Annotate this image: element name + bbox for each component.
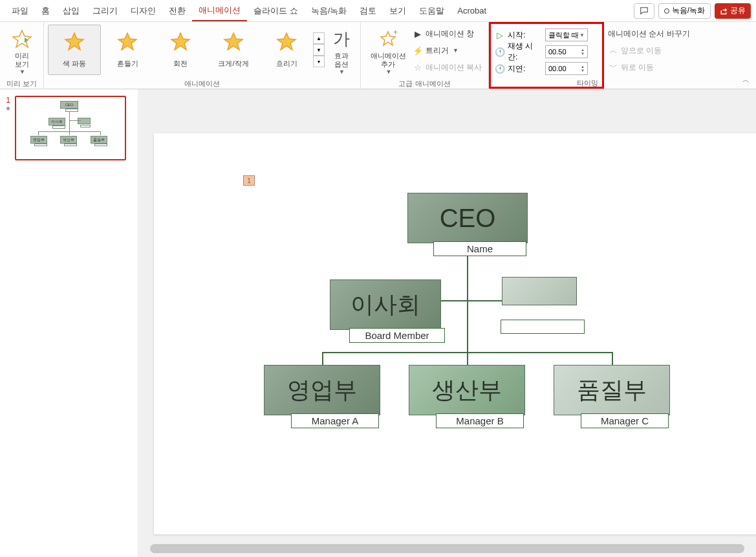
- scrollbar-thumb[interactable]: [150, 544, 744, 553]
- tab-draw[interactable]: 그리기: [86, 1, 124, 21]
- effect-options-icon: 가: [330, 27, 353, 50]
- org-node-board[interactable]: 이사회 Board Member: [330, 279, 445, 343]
- anim-item-growshrink[interactable]: 크게/작게: [207, 25, 260, 75]
- ribbon-group-reorder: 애니메이션 순서 바꾸기 ︿ 앞으로 이동 ﹀ 뒤로 이동: [604, 22, 695, 89]
- delay-label: 지연:: [508, 63, 525, 74]
- main-area: 1 ★ CEO 이사회 영업부 생산부 품질부: [0, 89, 756, 557]
- star-small-icon: ☆: [413, 62, 423, 72]
- anim-item-rotate[interactable]: 회전: [154, 25, 207, 75]
- gallery-scroll-down[interactable]: ▼: [313, 44, 325, 56]
- tab-record[interactable]: 녹음/녹화: [305, 1, 354, 21]
- start-value: 클릭할 때: [548, 30, 579, 40]
- move-earlier-label: 앞으로 이동: [621, 45, 662, 56]
- timing-delay-row: 🕐 지연: 00.00 ▲▼: [495, 60, 588, 77]
- anim-item-shake[interactable]: 흔들기: [101, 25, 154, 75]
- tab-design[interactable]: 디자인: [124, 1, 162, 21]
- ribbon: 미리 보기 ▼ 미리 보기 색 파동 흔들기 회전: [0, 22, 756, 89]
- animation-copy-button: ☆ 애니메이션 복사: [413, 60, 482, 75]
- anim-label: 흐리기: [276, 59, 297, 69]
- delay-spinner[interactable]: 00.00 ▲▼: [545, 62, 588, 75]
- ribbon-group-animations: 색 파동 흔들기 회전 크게/작게 흐리기: [44, 22, 361, 89]
- chevron-down-icon: ▼: [386, 69, 392, 75]
- anim-item-colorwave[interactable]: 색 파동: [48, 25, 101, 75]
- org-node-dept2[interactable]: 생산부 Manager B: [409, 365, 525, 428]
- animation-pane-button[interactable]: ▶ 애니메이션 창: [413, 26, 482, 41]
- star-icon: [64, 31, 85, 56]
- clock-icon: 🕐: [495, 47, 505, 57]
- gallery-scroll-up[interactable]: ▲: [313, 32, 325, 44]
- gallery-more[interactable]: ▾: [313, 56, 325, 67]
- tab-animations[interactable]: 애니메이션: [192, 1, 247, 21]
- connector: [467, 300, 468, 352]
- animation-gallery[interactable]: 색 파동 흔들기 회전 크게/작게 흐리기: [48, 25, 325, 75]
- comment-icon: [640, 6, 649, 16]
- tab-acrobat[interactable]: Acrobat: [451, 2, 493, 19]
- org-node-ceo[interactable]: CEO Name: [407, 193, 528, 256]
- anim-label: 흔들기: [117, 59, 138, 69]
- delay-clock-icon: 🕐: [495, 63, 505, 74]
- add-animation-label: 애니메이션 추가: [371, 52, 406, 69]
- star-icon: [170, 31, 191, 56]
- move-later-label: 뒤로 이동: [621, 62, 654, 73]
- slide-canvas[interactable]: 1 CEO Name 이사회 Board Member: [154, 133, 756, 534]
- menubar: 파일 홈 삽입 그리기 디자인 전환 애니메이션 슬라이드 쇼 녹음/녹화 검토…: [0, 0, 756, 22]
- trigger-button[interactable]: ⚡ 트리거 ▼: [413, 43, 482, 58]
- star-icon: [276, 31, 297, 56]
- org-node-dept1[interactable]: 영업부 Manager A: [264, 365, 380, 428]
- connector: [612, 352, 613, 366]
- share-label: 공유: [730, 5, 746, 16]
- horizontal-scrollbar[interactable]: [150, 544, 744, 553]
- chevron-down-icon: ▼: [453, 47, 459, 54]
- gallery-scroll: ▲ ▼ ▾: [313, 32, 325, 67]
- duration-label: 재생 시간:: [508, 41, 541, 63]
- node-box: 품질부: [554, 365, 670, 415]
- chevron-down-icon: ﹀: [608, 62, 618, 72]
- org-node-assistant[interactable]: [502, 277, 585, 334]
- svg-marker-1: [65, 33, 83, 50]
- ribbon-group-timing: ▷ 시작: 클릭할 때 ▼ 🕐 재생 시간: 00.50 ▲▼: [489, 22, 604, 89]
- star-icon: [223, 31, 244, 56]
- duration-spinner[interactable]: 00.50 ▲▼: [545, 45, 588, 58]
- org-node-dept3[interactable]: 품질부 Manager C: [554, 365, 670, 428]
- slide-thumbnail-1[interactable]: CEO 이사회 영업부 생산부 품질부: [15, 96, 126, 160]
- chevron-up-icon: ︿: [608, 45, 618, 56]
- share-button[interactable]: 공유: [715, 3, 751, 19]
- animation-tag[interactable]: 1: [243, 175, 255, 186]
- duration-value: 00.50: [548, 48, 567, 56]
- svg-marker-5: [277, 33, 296, 50]
- preview-star-icon: [10, 27, 34, 50]
- tab-view[interactable]: 보기: [383, 1, 413, 21]
- tab-home[interactable]: 홈: [35, 1, 56, 21]
- anim-label: 회전: [173, 59, 188, 69]
- anim-item-fade[interactable]: 흐리기: [260, 25, 313, 75]
- spinner-icon: ▲▼: [581, 48, 585, 56]
- tab-help[interactable]: 도움말: [413, 1, 451, 21]
- start-select[interactable]: 클릭할 때 ▼: [545, 28, 588, 41]
- chevron-down-icon: ▼: [579, 32, 585, 38]
- svg-marker-0: [13, 30, 31, 47]
- effect-options-button[interactable]: 가 효과 옵션 ▼: [326, 25, 356, 78]
- add-animation-button[interactable]: + 애니메이션 추가 ▼: [365, 25, 411, 78]
- tab-slideshow[interactable]: 슬라이드 쇼: [247, 1, 305, 21]
- tab-review[interactable]: 검토: [353, 1, 383, 21]
- node-box: CEO: [407, 193, 528, 243]
- collapse-ribbon-button[interactable]: ︿: [742, 75, 750, 85]
- node-box: 이사회: [330, 279, 441, 330]
- comments-button[interactable]: [634, 3, 654, 19]
- move-earlier-button: ︿ 앞으로 이동: [608, 43, 662, 58]
- animation-pane-label: 애니메이션 창: [426, 28, 474, 39]
- svg-text:+: +: [393, 28, 398, 37]
- tab-insert[interactable]: 삽입: [56, 1, 86, 21]
- node-box: [502, 277, 577, 305]
- connector: [441, 300, 468, 301]
- play-icon: ▷: [495, 30, 505, 40]
- node-subtitle: Name: [433, 241, 526, 256]
- tab-file[interactable]: 파일: [5, 1, 35, 21]
- record-button[interactable]: 녹음/녹화: [658, 3, 711, 19]
- svg-marker-3: [171, 33, 189, 50]
- preview-button[interactable]: 미리 보기 ▼: [4, 25, 39, 78]
- tab-transitions[interactable]: 전환: [162, 1, 192, 21]
- share-icon: [720, 7, 728, 15]
- chevron-down-icon: ▼: [339, 69, 345, 75]
- connector: [467, 352, 468, 366]
